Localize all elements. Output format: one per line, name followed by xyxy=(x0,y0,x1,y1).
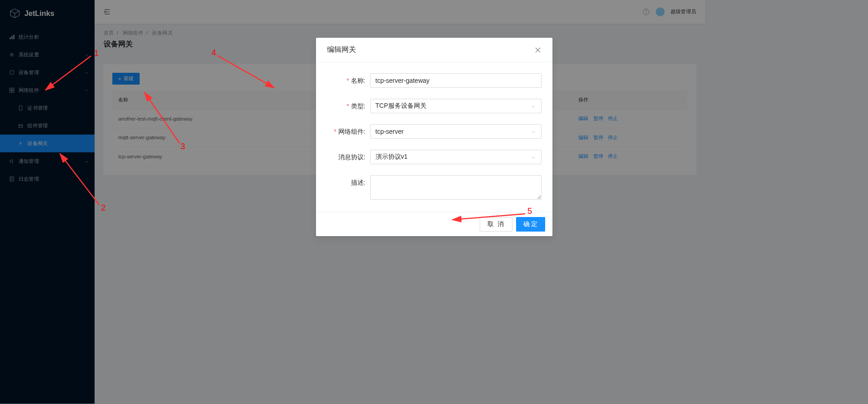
label-type: 类型 xyxy=(351,102,364,110)
edit-gateway-modal: 编辑网关 *名称: *类型: TCP服务设备网关 *网络组件: tcp-serv… xyxy=(316,38,552,236)
close-icon[interactable] xyxy=(534,46,542,54)
comp-select[interactable]: tcp-server xyxy=(370,124,542,139)
modal-body: *名称: *类型: TCP服务设备网关 *网络组件: tcp-server 消 xyxy=(316,62,552,212)
comp-value: tcp-server xyxy=(376,128,404,135)
protocol-select[interactable]: 演示协议v1 xyxy=(370,150,542,164)
modal-footer: 取 消 确 定 xyxy=(316,212,552,236)
label-comp: 网络组件 xyxy=(338,128,364,135)
name-input[interactable] xyxy=(370,73,542,88)
label-name: 名称 xyxy=(351,77,364,84)
desc-textarea[interactable] xyxy=(370,175,542,200)
modal-header: 编辑网关 xyxy=(316,38,552,62)
chevron-down-icon xyxy=(531,154,536,160)
cancel-button[interactable]: 取 消 xyxy=(480,217,512,232)
modal-title: 编辑网关 xyxy=(327,45,356,55)
type-select[interactable]: TCP服务设备网关 xyxy=(370,99,542,113)
type-value: TCP服务设备网关 xyxy=(376,102,426,110)
chevron-down-icon xyxy=(531,129,536,134)
chevron-down-icon xyxy=(531,103,536,109)
ok-button[interactable]: 确 定 xyxy=(516,217,545,232)
label-desc: 描述 xyxy=(351,179,364,186)
label-protocol: 消息协议 xyxy=(338,153,364,161)
protocol-value: 演示协议v1 xyxy=(376,153,408,161)
